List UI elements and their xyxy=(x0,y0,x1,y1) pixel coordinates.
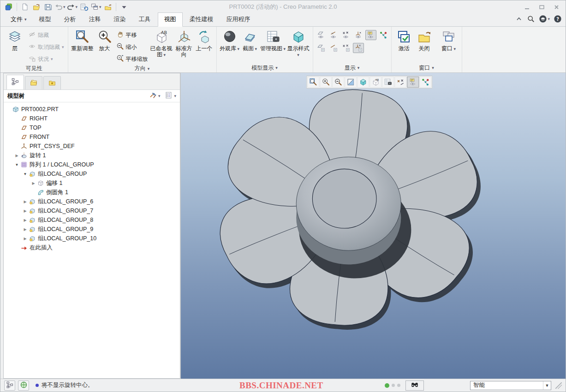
tree-filters-button[interactable] xyxy=(149,91,161,101)
redo-button[interactable]: ▾ xyxy=(66,2,78,12)
tree-item-insert-here[interactable]: 在此插入 xyxy=(4,243,180,252)
dropdown-arrow[interactable]: ▾ xyxy=(63,5,66,9)
minimize-button[interactable] xyxy=(520,3,533,11)
status-button[interactable]: 状况 xyxy=(27,53,66,65)
tree-item-pattern-1[interactable]: ▼阵列 1 / LOCAL_GROUP xyxy=(4,160,180,169)
help-icon[interactable]: ? xyxy=(554,15,562,23)
display-style-button[interactable]: 显示样式 xyxy=(286,28,310,58)
tree-settings-button[interactable] xyxy=(165,91,176,101)
plane-display-button[interactable] xyxy=(316,30,327,40)
3d-model-fan[interactable] xyxy=(181,73,566,379)
tree-expander-icon[interactable]: ▼ xyxy=(14,163,20,167)
group-label-show[interactable]: 显示 xyxy=(313,63,391,72)
find-button[interactable] xyxy=(405,380,424,391)
close-button[interactable] xyxy=(550,3,563,11)
previous-view-button[interactable]: 上一个 xyxy=(195,28,214,52)
tree-item-right[interactable]: RIGHT xyxy=(4,114,180,123)
activate-button[interactable]: 激活 xyxy=(394,28,414,52)
plane-tag-display-button[interactable] xyxy=(316,43,327,53)
tree-expander-icon[interactable]: ▶ xyxy=(30,181,36,185)
tab-applications[interactable]: 应用程序 xyxy=(220,13,256,26)
tree-item-group-local-group-8[interactable]: ▶组LOCAL_GROUP_8 xyxy=(4,215,180,225)
dropdown-arrow[interactable]: ▾ xyxy=(99,5,101,9)
group-label-orientation[interactable]: 方向 xyxy=(68,65,216,72)
restore-button[interactable] xyxy=(535,3,548,11)
graphics-viewport[interactable]: AB xyxy=(180,73,566,379)
tree-item-group-local-group-10[interactable]: ▶组LOCAL_GROUP_10 xyxy=(4,234,180,243)
open-file-button[interactable] xyxy=(31,2,42,12)
tab-analysis[interactable]: 分析 xyxy=(58,13,82,26)
vp-refit-button[interactable] xyxy=(307,77,319,88)
refit-button[interactable]: 重新调整 xyxy=(71,28,95,52)
vp-zoom-in-button[interactable] xyxy=(320,77,332,88)
zoom-out-button[interactable]: 缩小 xyxy=(115,42,149,53)
tree-item-prt0002[interactable]: PRT0002.PRT xyxy=(4,105,180,114)
undo-button[interactable]: ▾ xyxy=(54,2,66,12)
unhide-button[interactable]: 取消隐藏 xyxy=(27,42,66,53)
tab-flexible-modeling[interactable]: 柔性建模 xyxy=(184,13,220,26)
tab-view[interactable]: 视图 xyxy=(158,12,183,27)
window-switch-button[interactable]: ▾ xyxy=(90,2,102,12)
tree-item-group-local-group-9[interactable]: ▶组LOCAL_GROUP_9 xyxy=(4,225,180,234)
tree-item-revolve-1[interactable]: ▶旋转 1 xyxy=(4,151,180,160)
tree-expander-icon[interactable]: ▶ xyxy=(22,218,28,222)
collapse-ribbon-icon[interactable] xyxy=(515,15,523,23)
hide-button[interactable]: 隐藏 xyxy=(27,30,66,41)
standard-orientation-button[interactable]: 标准方向 xyxy=(173,28,195,58)
tab-annotate[interactable]: 注释 xyxy=(83,13,107,26)
appearance-gallery-button[interactable]: 外观库 xyxy=(219,28,240,52)
toggle-browser-button[interactable] xyxy=(18,380,29,391)
tree-expander-icon[interactable]: ▶ xyxy=(22,209,28,213)
new-file-button[interactable] xyxy=(19,2,30,12)
manage-views-button[interactable]: 管理视图 xyxy=(260,28,286,52)
folder-browser-tab[interactable] xyxy=(25,76,42,89)
csys-display-button[interactable] xyxy=(353,30,364,40)
favorites-tab[interactable] xyxy=(43,76,61,89)
vp-named-views-button[interactable]: AB xyxy=(369,77,381,88)
tree-expander-icon[interactable]: ▶ xyxy=(14,154,20,158)
tree-expander-icon[interactable]: ▶ xyxy=(22,227,28,232)
csys-tag-display-button[interactable] xyxy=(353,43,364,53)
spin-center-display-button[interactable] xyxy=(378,30,389,40)
tree-item-group-local-group-7[interactable]: ▶组LOCAL_GROUP_7 xyxy=(4,206,180,215)
vp-display-style-button[interactable] xyxy=(357,77,369,88)
close-window-button[interactable]: 关闭 xyxy=(414,28,435,52)
vp-zoom-out-button[interactable] xyxy=(332,77,344,88)
axis-display-button[interactable] xyxy=(328,30,339,40)
tree-item-group-local-group-6[interactable]: ▶组LOCAL_GROUP_6 xyxy=(4,197,180,206)
tree-item-round-1[interactable]: 倒圆角 1 xyxy=(4,188,180,197)
vp-datum-display-button[interactable] xyxy=(394,77,406,88)
pan-button[interactable]: 平移 xyxy=(115,30,149,41)
file-menu-button[interactable]: 文件 xyxy=(5,13,32,26)
vp-spin-center-button[interactable] xyxy=(419,77,431,88)
windows-button[interactable]: 窗口 xyxy=(438,28,459,52)
tree-item-group-local-group[interactable]: ▼组LOCAL_GROUP xyxy=(4,169,180,178)
close-window-button[interactable] xyxy=(102,2,113,12)
tab-tools[interactable]: 工具 xyxy=(133,13,157,26)
tree-expander-icon[interactable]: ▼ xyxy=(22,172,28,176)
app-logo-button[interactable] xyxy=(3,2,14,12)
tab-model[interactable]: 模型 xyxy=(33,13,57,26)
vp-repaint-button[interactable] xyxy=(345,77,357,88)
tree-item-top[interactable]: TOP xyxy=(4,123,180,132)
selection-filter[interactable]: 智能 ▼ xyxy=(470,381,551,390)
group-label-model-display[interactable]: 模型显示 xyxy=(217,63,313,72)
model-tree-tab[interactable] xyxy=(6,75,24,89)
point-display-button[interactable] xyxy=(340,30,352,40)
regenerate-button[interactable] xyxy=(78,2,89,12)
tree-item-front[interactable]: FRONT xyxy=(4,132,180,142)
pan-zoom-button[interactable]: 平移缩放 xyxy=(115,53,149,65)
resize-grip[interactable] xyxy=(555,382,562,389)
tree-item-prt-csys-def[interactable]: PRT_CSYS_DEF xyxy=(4,142,180,151)
zoom-in-button[interactable]: 放大 xyxy=(95,28,115,52)
tree-expander-icon[interactable]: ▶ xyxy=(22,237,28,241)
tree-expander-icon[interactable]: ▶ xyxy=(22,200,28,204)
group-label-window[interactable]: 窗口 xyxy=(392,63,462,72)
point-tag-display-button[interactable] xyxy=(340,43,352,53)
sections-button[interactable]: 截面 xyxy=(240,28,260,52)
toggle-navigator-button[interactable] xyxy=(4,380,15,391)
save-button[interactable] xyxy=(42,2,54,12)
learning-center-icon[interactable]: ▾ xyxy=(539,15,550,23)
annotation-display-button[interactable] xyxy=(365,30,376,40)
vp-view-manager-button[interactable] xyxy=(382,77,394,88)
